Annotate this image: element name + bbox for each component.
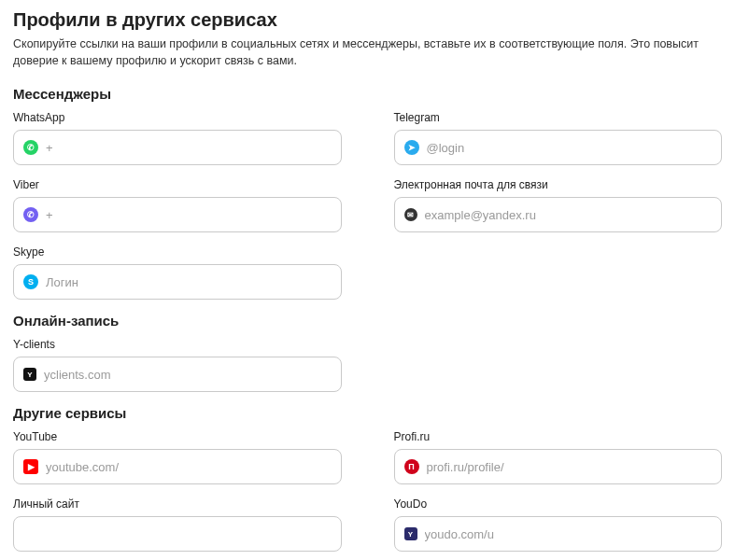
input-wrap-viber[interactable]: ✆ + — [13, 197, 342, 232]
label-whatsapp: WhatsApp — [13, 111, 342, 124]
input-wrap-site[interactable] — [13, 516, 342, 552]
youtube-icon: ▶ — [23, 459, 38, 474]
label-yclients: Y-clients — [13, 338, 342, 351]
input-telegram[interactable] — [427, 141, 713, 155]
page-intro: Скопируйте ссылки на ваши профили в соци… — [13, 36, 722, 69]
field-telegram: Telegram ➤ — [394, 111, 723, 165]
input-whatsapp[interactable] — [53, 141, 332, 155]
input-wrap-telegram[interactable]: ➤ — [394, 130, 723, 165]
label-viber: Viber — [13, 178, 342, 191]
field-youdo: YouDo Y — [394, 497, 723, 552]
mail-icon: ✉ — [404, 208, 417, 221]
input-youdo[interactable] — [425, 527, 713, 541]
youdo-icon: Y — [404, 527, 417, 540]
field-skype: Skype S — [13, 245, 342, 300]
field-site: Личный сайт — [13, 497, 342, 552]
input-site[interactable] — [23, 527, 332, 541]
prefix-viber: + — [46, 208, 53, 222]
field-viber: Viber ✆ + — [13, 178, 342, 232]
input-wrap-youtube[interactable]: ▶ — [13, 449, 342, 484]
label-youdo: YouDo — [394, 497, 723, 511]
section-heading-booking: Онлайн-запись — [13, 313, 722, 329]
others-grid: YouTube ▶ Profi.ru П Личный сайт YouDo Y — [13, 430, 722, 552]
input-wrap-skype[interactable]: S — [13, 264, 342, 300]
booking-grid: Y-clients Y — [13, 338, 722, 392]
input-wrap-profi[interactable]: П — [394, 449, 723, 484]
field-profi: Profi.ru П — [394, 430, 723, 484]
field-email: Электронная почта для связи ✉ — [394, 178, 723, 232]
input-viber[interactable] — [53, 208, 332, 222]
field-yclients: Y-clients Y — [13, 338, 342, 392]
label-email: Электронная почта для связи — [394, 178, 723, 191]
input-wrap-yclients[interactable]: Y — [13, 357, 342, 392]
section-heading-messengers: Мессенджеры — [13, 86, 722, 102]
input-wrap-email[interactable]: ✉ — [394, 197, 723, 232]
field-whatsapp: WhatsApp ✆ + — [13, 111, 342, 165]
label-profi: Profi.ru — [394, 430, 723, 443]
section-heading-others: Другие сервисы — [13, 405, 722, 421]
yclients-icon: Y — [23, 368, 36, 381]
telegram-icon: ➤ — [404, 140, 419, 155]
field-youtube: YouTube ▶ — [13, 430, 342, 484]
input-profi[interactable] — [427, 460, 713, 474]
messengers-grid: WhatsApp ✆ + Telegram ➤ Viber ✆ + Электр… — [13, 111, 722, 300]
input-yclients[interactable] — [44, 368, 332, 382]
input-email[interactable] — [425, 208, 713, 222]
label-youtube: YouTube — [13, 430, 342, 443]
page-title: Профили в других сервисах — [13, 9, 722, 31]
label-telegram: Telegram — [394, 111, 723, 124]
prefix-whatsapp: + — [46, 141, 53, 155]
input-youtube[interactable] — [46, 460, 332, 474]
input-skype[interactable] — [46, 275, 332, 289]
input-wrap-whatsapp[interactable]: ✆ + — [13, 130, 342, 165]
skype-icon: S — [23, 274, 38, 289]
label-skype: Skype — [13, 245, 342, 259]
viber-icon: ✆ — [23, 207, 38, 222]
input-wrap-youdo[interactable]: Y — [394, 516, 723, 552]
whatsapp-icon: ✆ — [23, 140, 38, 155]
label-site: Личный сайт — [13, 497, 342, 511]
profi-icon: П — [404, 459, 419, 474]
